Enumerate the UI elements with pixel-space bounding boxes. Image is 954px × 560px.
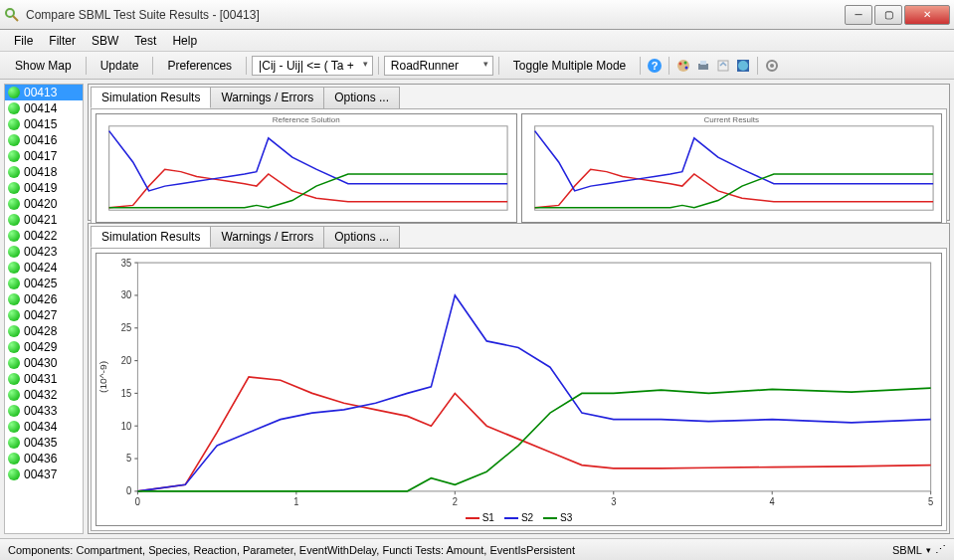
statusbar: Components: Compartment, Species, Reacti… bbox=[0, 538, 954, 560]
pass-icon bbox=[8, 198, 20, 210]
tab-simulation-results-bottom[interactable]: Simulation Results bbox=[91, 226, 211, 248]
test-item-00432[interactable]: 00432 bbox=[5, 387, 83, 403]
window-title: Compare SBML Test Suite Results - [00413… bbox=[26, 8, 843, 22]
test-item-00427[interactable]: 00427 bbox=[5, 307, 83, 323]
export-icon[interactable] bbox=[714, 57, 732, 75]
svg-rect-15 bbox=[109, 126, 507, 210]
test-item-00415[interactable]: 00415 bbox=[5, 116, 83, 132]
help-icon[interactable]: ? bbox=[646, 57, 664, 75]
close-button[interactable]: ✕ bbox=[904, 5, 950, 25]
tab-options-bottom[interactable]: Options ... bbox=[323, 226, 400, 248]
app-icon bbox=[4, 7, 20, 23]
menu-sbw[interactable]: SBW bbox=[86, 32, 124, 50]
titlebar: Compare SBML Test Suite Results - [00413… bbox=[0, 0, 954, 30]
test-item-00417[interactable]: 00417 bbox=[5, 148, 83, 164]
svg-text:35: 35 bbox=[121, 257, 132, 269]
menu-test[interactable]: Test bbox=[128, 32, 162, 50]
test-item-00424[interactable]: 00424 bbox=[5, 260, 83, 276]
status-dropdown-icon[interactable]: ▾ bbox=[926, 545, 931, 555]
svg-point-6 bbox=[684, 61, 687, 64]
svg-text:(10^-9): (10^-9) bbox=[98, 361, 108, 393]
reference-chart: Reference Solution bbox=[95, 113, 517, 223]
svg-text:30: 30 bbox=[121, 289, 132, 301]
test-item-00420[interactable]: 00420 bbox=[5, 196, 83, 212]
pass-icon bbox=[8, 214, 20, 226]
svg-text:0: 0 bbox=[126, 485, 132, 497]
test-item-00421[interactable]: 00421 bbox=[5, 212, 83, 228]
printer-icon[interactable] bbox=[694, 57, 712, 75]
show-map-button[interactable]: Show Map bbox=[6, 55, 81, 77]
test-item-00429[interactable]: 00429 bbox=[5, 339, 83, 355]
test-item-00430[interactable]: 00430 bbox=[5, 355, 83, 371]
pass-icon bbox=[8, 134, 20, 146]
pass-icon bbox=[8, 182, 20, 194]
svg-text:25: 25 bbox=[121, 322, 132, 334]
pass-icon bbox=[8, 150, 20, 162]
test-item-00437[interactable]: 00437 bbox=[5, 467, 83, 482]
svg-text:4: 4 bbox=[770, 495, 776, 507]
svg-rect-9 bbox=[700, 61, 706, 65]
test-item-00428[interactable]: 00428 bbox=[5, 323, 83, 339]
menu-help[interactable]: Help bbox=[166, 32, 203, 50]
test-item-00433[interactable]: 00433 bbox=[5, 403, 83, 419]
svg-point-5 bbox=[679, 62, 682, 65]
test-item-00422[interactable]: 00422 bbox=[5, 228, 83, 244]
palette-icon[interactable] bbox=[674, 57, 692, 75]
test-item-00418[interactable]: 00418 bbox=[5, 164, 83, 180]
gear-icon[interactable] bbox=[763, 57, 781, 75]
pass-icon bbox=[8, 118, 20, 130]
svg-text:1: 1 bbox=[293, 495, 298, 507]
simulator-combo[interactable]: RoadRunner bbox=[384, 56, 493, 76]
svg-text:5: 5 bbox=[928, 495, 934, 507]
pass-icon bbox=[8, 325, 20, 337]
update-button[interactable]: Update bbox=[92, 55, 148, 77]
pass-icon bbox=[8, 373, 20, 385]
svg-text:?: ? bbox=[652, 60, 659, 72]
pass-icon bbox=[8, 389, 20, 401]
svg-text:3: 3 bbox=[611, 495, 616, 507]
menu-file[interactable]: File bbox=[8, 32, 39, 50]
minimize-button[interactable]: ─ bbox=[845, 5, 872, 25]
svg-text:5: 5 bbox=[126, 453, 132, 465]
formula-combo[interactable]: |Cij - Uij| <= ( Ta + bbox=[252, 56, 373, 76]
test-item-00416[interactable]: 00416 bbox=[5, 132, 83, 148]
svg-point-14 bbox=[770, 64, 774, 68]
svg-text:20: 20 bbox=[121, 355, 132, 367]
pass-icon bbox=[8, 278, 20, 289]
tab-simulation-results-top[interactable]: Simulation Results bbox=[91, 87, 211, 108]
test-item-00436[interactable]: 00436 bbox=[5, 451, 83, 467]
test-item-00434[interactable]: 00434 bbox=[5, 419, 83, 435]
pass-icon bbox=[8, 468, 20, 480]
test-item-00414[interactable]: 00414 bbox=[5, 100, 83, 116]
pass-icon bbox=[8, 453, 20, 465]
svg-point-0 bbox=[6, 9, 14, 17]
svg-point-4 bbox=[677, 60, 689, 72]
svg-text:15: 15 bbox=[121, 387, 132, 399]
maximize-button[interactable]: ▢ bbox=[874, 5, 902, 25]
preferences-button[interactable]: Preferences bbox=[158, 55, 241, 77]
test-item-00419[interactable]: 00419 bbox=[5, 180, 83, 196]
menu-filter[interactable]: Filter bbox=[43, 32, 82, 50]
test-item-00425[interactable]: 00425 bbox=[5, 276, 83, 291]
test-list[interactable]: 0041300414004150041600417004180041900420… bbox=[4, 84, 84, 534]
tab-warnings-errors-top[interactable]: Warnings / Errors bbox=[210, 87, 324, 108]
resize-grip-icon[interactable]: ⋰ bbox=[935, 543, 946, 556]
test-item-00426[interactable]: 00426 bbox=[5, 291, 83, 307]
tab-warnings-errors-bottom[interactable]: Warnings / Errors bbox=[210, 226, 324, 248]
main-chart: 05101520253035012345(10^-9) S1 S2 S3 bbox=[95, 253, 942, 526]
pass-icon bbox=[8, 421, 20, 433]
globe-icon[interactable] bbox=[734, 57, 752, 75]
pass-icon bbox=[8, 87, 20, 98]
test-item-00413[interactable]: 00413 bbox=[5, 85, 83, 100]
tab-options-top[interactable]: Options ... bbox=[323, 87, 400, 108]
status-components: Components: Compartment, Species, Reacti… bbox=[8, 544, 575, 556]
svg-text:2: 2 bbox=[453, 495, 458, 507]
test-item-00431[interactable]: 00431 bbox=[5, 371, 83, 387]
pass-icon bbox=[8, 309, 20, 321]
test-item-00423[interactable]: 00423 bbox=[5, 244, 83, 260]
test-item-00435[interactable]: 00435 bbox=[5, 435, 83, 451]
toggle-multiple-button[interactable]: Toggle Multiple Mode bbox=[504, 55, 635, 77]
pass-icon bbox=[8, 293, 20, 305]
current-chart: Current Results bbox=[521, 113, 943, 223]
pass-icon bbox=[8, 230, 20, 242]
